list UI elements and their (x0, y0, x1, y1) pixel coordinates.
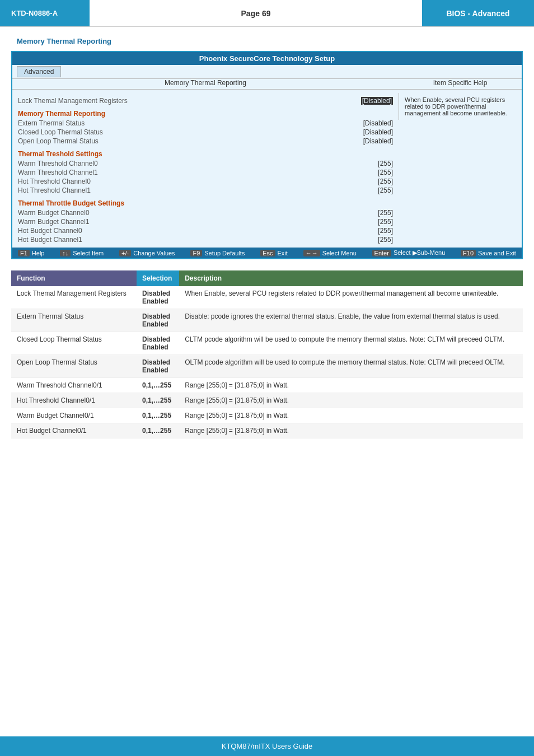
table-row: Closed Loop Thermal StatusDisabledEnable… (11, 332, 523, 355)
table-cell-function: Hot Threshold Channel0/1 (11, 393, 137, 408)
bios-footer-f10-label: Save and Exit (478, 250, 516, 256)
bios-row-closed-loop[interactable]: Closed Loop Thermal Status [Disabled] (18, 128, 393, 137)
table-cell-selection: 0,1,…255 (137, 378, 179, 393)
bios-footer-enter: Enter Select ▶Sub-Menu (372, 249, 446, 256)
key-f10: F10 (461, 250, 476, 256)
bios-footer-f9-label: Setup Defaults (204, 250, 245, 256)
bios-row-hot-budget-ch1[interactable]: Hot Budget Channel1 [255] (18, 235, 393, 244)
page-footer: KTQM87/mITX Users Guide (0, 736, 534, 756)
page-header: KTD-N0886-A Page 69 BIOS - Advanced (0, 0, 534, 27)
header-model: KTD-N0886-A (0, 0, 90, 26)
bios-row-open-loop[interactable]: Open Loop Thermal Status [Disabled] (18, 137, 393, 146)
bios-label-warm-ch0: Warm Threshold Channel0 (18, 160, 98, 167)
bios-footer-plusminus: +/- Change Values (119, 249, 175, 256)
bios-footer-f10: F10 Save and Exit (461, 249, 516, 256)
table-cell-function: Open Loop Thermal Status (11, 355, 137, 378)
bios-footer-f9: F9 Setup Defaults (190, 249, 245, 256)
table-cell-selection: 0,1,…255 (137, 393, 179, 408)
key-arrows: ↑↓ (60, 250, 71, 256)
bios-label-warm-ch1: Warm Threshold Channel1 (18, 169, 98, 176)
bios-value-warm-ch0: [255] (378, 160, 393, 167)
bios-footer-enter-label: Select ▶Sub-Menu (394, 249, 445, 256)
table-cell-selection: DisabledEnabled (137, 309, 179, 332)
bios-footer-lr-label: Select Menu (322, 250, 357, 256)
table-cell-selection: DisabledEnabled (137, 332, 179, 355)
bios-value-warm-ch1: [255] (378, 169, 393, 176)
bios-footer-f1: F1 Help (18, 249, 44, 256)
bios-row-extern-thermal[interactable]: Extern Thermal Status [Disabled] (18, 119, 393, 128)
bios-value-hot-ch0: [255] (378, 178, 393, 185)
bios-row-hot-budget-ch0[interactable]: Hot Budget Channel0 [255] (18, 226, 393, 235)
bios-tab-advanced[interactable]: Advanced (17, 66, 61, 77)
bios-footer-f1-label: Help (32, 250, 45, 256)
key-f1: F1 (18, 250, 30, 256)
bios-section-throttle: Thermal Throttle Budget Settings (18, 199, 393, 207)
bios-right-header: Item Specific Help (399, 79, 522, 90)
table-cell-selection: DisabledEnabled (137, 355, 179, 378)
bios-tab-row: Advanced (12, 65, 522, 78)
col-header-function: Function (11, 270, 137, 286)
table-row: Lock Themal Management RegistersDisabled… (11, 286, 523, 309)
table-cell-selection: 0,1,…255 (137, 423, 179, 438)
col-header-description: Description (179, 270, 523, 286)
table-cell-description: Disable: pcode ignores the external ther… (179, 309, 523, 332)
bios-section-memory-thermal: Memory Thermal Reporting (18, 110, 393, 118)
bios-panel-title: Phoenix SecureCore Technology Setup (12, 52, 522, 65)
bios-label-extern-thermal: Extern Thermal Status (18, 119, 85, 127)
bios-footer-esc-label: Exit (278, 250, 288, 256)
bios-label-warm-budget-ch0: Warm Budget Channel0 (18, 209, 90, 217)
table-cell-function: Warm Threshold Channel0/1 (11, 378, 137, 393)
bios-section-threshold: Thermal Treshold Settings (18, 150, 393, 158)
bios-label-open-loop: Open Loop Thermal Status (18, 137, 99, 145)
bios-row-warm-budget-ch1[interactable]: Warm Budget Channel1 [255] (18, 217, 393, 226)
table-cell-description: Range [255;0] = [31.875;0] in Watt. (179, 423, 523, 438)
table-row: Hot Threshold Channel0/10,1,…255Range [2… (11, 393, 523, 408)
bios-label-hot-budget-ch0: Hot Budget Channel0 (18, 227, 82, 235)
header-section: BIOS - Advanced (422, 0, 534, 26)
header-page: Page 69 (90, 0, 422, 26)
bios-value-hot-budget-ch1: [255] (378, 236, 393, 244)
bios-row-warm-ch1[interactable]: Warm Threshold Channel1 [255] (18, 168, 393, 177)
table-row: Open Loop Thermal StatusDisabledEnabledO… (11, 355, 523, 378)
key-f9: F9 (190, 250, 202, 256)
bios-label-warm-budget-ch1: Warm Budget Channel1 (18, 218, 90, 226)
table-cell-selection: 0,1,…255 (137, 408, 179, 423)
bios-label-closed-loop: Closed Loop Thermal Status (18, 128, 103, 136)
bios-row-hot-ch0[interactable]: Hot Threshold Channel0 [255] (18, 177, 393, 186)
bios-row-lock-thermal[interactable]: Lock Themal Management Registers [Disabl… (18, 96, 393, 105)
bios-label-hot-budget-ch1: Hot Budget Channel1 (18, 236, 82, 244)
section-title: Memory Thermal Reporting (0, 27, 534, 51)
table-cell-description: OLTM pcode algorithm will be used to com… (179, 355, 523, 378)
table-cell-description: When Enable, several PCU registers relat… (179, 286, 523, 309)
table-cell-description: Range [255;0] = [31.875;0] in Watt. (179, 393, 523, 408)
table-row: Hot Budget Channel0/10,1,…255Range [255;… (11, 423, 523, 438)
bios-footer-lr: ←→ Select Menu (303, 249, 357, 256)
ref-table-container: Function Selection Description Lock Them… (11, 270, 523, 438)
bios-footer-esc: Esc Exit (260, 249, 288, 256)
table-cell-function: Hot Budget Channel0/1 (11, 423, 137, 438)
bios-value-warm-budget-ch0: [255] (378, 209, 393, 217)
bios-help-text: When Enable, several PCU registers relat… (399, 93, 522, 120)
table-cell-description: Range [255;0] = [31.875;0] in Watt. (179, 408, 523, 423)
bios-row-warm-budget-ch0[interactable]: Warm Budget Channel0 [255] (18, 208, 393, 217)
ref-table: Function Selection Description Lock Them… (11, 270, 523, 438)
bios-footer: F1 Help ↑↓ Select Item +/- Change Values… (12, 248, 522, 258)
key-plusminus: +/- (119, 250, 131, 256)
bios-value-extern-thermal: [Disabled] (363, 119, 393, 127)
table-row: Warm Budget Channel0/10,1,…255Range [255… (11, 408, 523, 423)
bios-value-open-loop: [Disabled] (363, 137, 393, 145)
bios-panel: Phoenix SecureCore Technology Setup Adva… (11, 51, 523, 259)
bios-value-hot-budget-ch0: [255] (378, 227, 393, 235)
table-cell-function: Extern Thermal Status (11, 309, 137, 332)
bios-row-hot-ch1[interactable]: Hot Threshold Channel1 [255] (18, 186, 393, 195)
bios-value-lock-thermal: [Disabled] (361, 97, 393, 105)
bios-value-closed-loop: [Disabled] (363, 128, 393, 136)
bios-footer-plusminus-label: Change Values (133, 250, 175, 256)
bios-footer-arrows-label: Select Item (73, 250, 104, 256)
table-cell-description: CLTM pcode algorithm will be used to com… (179, 332, 523, 355)
table-cell-function: Lock Themal Management Registers (11, 286, 137, 309)
bios-settings-list: Lock Themal Management Registers [Disabl… (12, 93, 399, 248)
bios-row-warm-ch0[interactable]: Warm Threshold Channel0 [255] (18, 159, 393, 168)
table-row: Extern Thermal StatusDisabledEnabledDisa… (11, 309, 523, 332)
bios-left-header: Memory Thermal Reporting (12, 79, 399, 90)
